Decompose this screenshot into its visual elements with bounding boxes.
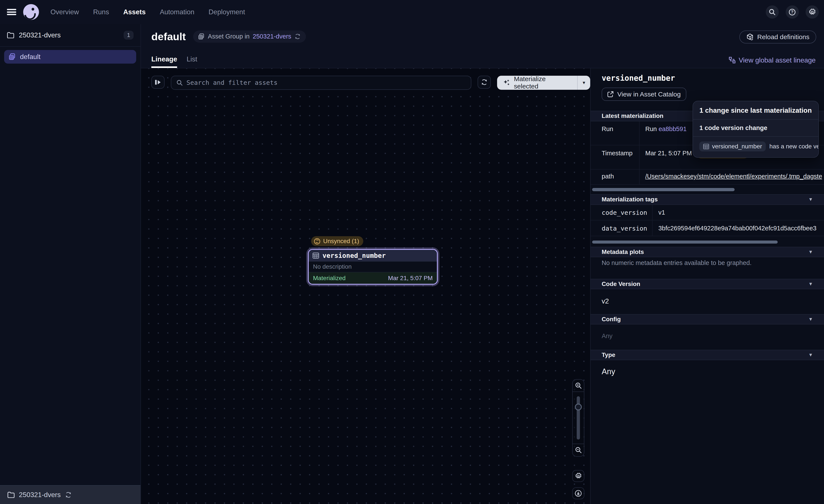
config-value: Any — [602, 333, 612, 340]
tooltip-subtitle: 1 code version change — [693, 120, 818, 137]
section-code-version-title: Code Version — [602, 280, 808, 287]
unsynced-icon — [314, 238, 321, 245]
view-global-asset-lineage-link[interactable]: View global asset lineage — [729, 56, 816, 64]
data-version-tag-label: data_version — [591, 221, 652, 236]
sidebar-item-default[interactable]: default — [4, 50, 136, 64]
sidebar-footer[interactable]: 250321-dvers — [0, 485, 140, 504]
nav-deployment[interactable]: Deployment — [208, 8, 245, 16]
sidebar-item-label: default — [20, 53, 40, 61]
tab-list[interactable]: List — [187, 55, 197, 68]
section-config: Config ▼ — [591, 314, 824, 325]
asset-groups-sidebar: 250321-dvers 1 default 250321-dvers — [0, 24, 141, 504]
graph-settings-gear-icon[interactable] — [572, 470, 584, 482]
app-root: Overview Runs Assets Automation Deployme… — [0, 0, 824, 504]
hamburger-menu-button[interactable] — [0, 0, 23, 24]
download-graph-icon[interactable] — [572, 487, 584, 499]
nav-runs[interactable]: Runs — [93, 8, 109, 16]
asset-node-versioned-number[interactable]: versioned_number No description Material… — [308, 249, 438, 285]
timestamp-row-label: Timestamp — [591, 145, 639, 169]
zoom-slider-thumb[interactable] — [575, 404, 582, 410]
metadata-plots-empty-text: No numeric metadata entries available to… — [602, 259, 752, 266]
path-row-value: /Users/smackesey/stm/code/elementl/exper… — [639, 169, 824, 184]
collapse-chevron-icon[interactable]: ▼ — [808, 317, 813, 322]
zoom-slider[interactable] — [573, 391, 584, 444]
code-version-tag-value: v1 — [652, 205, 824, 220]
asset-group-icon — [198, 33, 205, 39]
tooltip-title: 1 change since last materialization — [693, 101, 818, 120]
nav-automation[interactable]: Automation — [160, 8, 194, 16]
asset-node-timestamp: Mar 21, 5:07 PM — [388, 275, 433, 282]
top-navigation-bar: Overview Runs Assets Automation Deployme… — [0, 0, 824, 24]
collapse-chevron-icon[interactable]: ▼ — [808, 249, 813, 255]
row-code-version-tag: code_version v1 — [591, 205, 824, 221]
search-icon — [177, 80, 183, 86]
path-link[interactable]: /Users/smackesey/stm/code/elementl/exper… — [645, 173, 822, 180]
view-in-asset-catalog-button[interactable]: View in Asset Catalog — [602, 88, 686, 101]
reload-definitions-icon — [746, 33, 754, 41]
refresh-icon — [481, 79, 488, 86]
sparkle-icon — [503, 79, 510, 86]
path-row-label: path — [591, 169, 639, 184]
folder-icon — [7, 492, 15, 498]
horizontal-scrollbar[interactable] — [592, 188, 735, 191]
sidebar-group-label: 250321-dvers — [19, 31, 119, 39]
change-since-materialization-tooltip: 1 change since last materialization 1 co… — [693, 101, 819, 158]
code-version-tag-label: code_version — [591, 205, 652, 220]
view-tabs: Lineage List — [151, 55, 197, 68]
main-nav: Overview Runs Assets Automation Deployme… — [50, 8, 245, 16]
section-metadata-plots: Metadata plots ▼ — [591, 247, 824, 257]
asset-group-badge[interactable]: Asset Group in 250321-dvers — [193, 30, 306, 43]
topbar-actions: ? — [766, 0, 819, 24]
page-header: default Asset Group in 250321-dvers Relo… — [141, 24, 824, 69]
asset-group-icon — [9, 53, 16, 60]
asset-details-title: versioned_number — [602, 74, 675, 83]
reload-definitions-label: Reload definitions — [757, 33, 810, 41]
lineage-icon — [729, 57, 736, 64]
data-version-tag-value: 3bfc269594ef649228e9a74bab00f042efc91d5a… — [652, 221, 824, 236]
page-title: default — [151, 30, 186, 43]
zoom-out-icon[interactable] — [573, 444, 584, 456]
sync-icon[interactable] — [294, 33, 301, 39]
run-id-link[interactable]: ea8bb591 — [658, 125, 687, 132]
view-global-asset-lineage-label: View global asset lineage — [739, 56, 816, 64]
sidebar-group-row[interactable]: 250321-dvers 1 — [0, 24, 140, 47]
run-row-label: Run — [591, 121, 639, 145]
tooltip-asset-name: versioned_number — [712, 143, 762, 150]
node-unsynced-badge[interactable]: Unsynced (1) — [311, 236, 363, 246]
zoom-in-icon[interactable] — [573, 380, 584, 392]
sidebar-footer-label: 250321-dvers — [19, 491, 61, 499]
search-input[interactable] — [186, 79, 466, 86]
tooltip-message: has a new code version — [769, 143, 819, 150]
horizontal-scrollbar[interactable] — [592, 241, 778, 244]
section-code-version: Code Version ▼ — [591, 279, 824, 289]
node-unsynced-label: Unsynced (1) — [323, 238, 359, 245]
lineage-graph-canvas[interactable]: Materialize selected ▼ Unsynced (1) vers… — [141, 69, 590, 504]
tab-lineage[interactable]: Lineage — [151, 55, 177, 68]
materialize-selected-button[interactable]: Materialize selected — [497, 76, 577, 90]
table-icon — [703, 144, 709, 149]
refresh-graph-button[interactable] — [478, 76, 491, 89]
help-icon[interactable]: ? — [786, 5, 799, 19]
settings-gear-icon[interactable] — [806, 5, 819, 19]
section-materialization-tags: Materialization tags ▼ — [591, 194, 824, 205]
nav-assets[interactable]: Assets — [123, 8, 145, 16]
search-icon[interactable] — [766, 5, 779, 19]
dagster-logo[interactable] — [23, 4, 39, 20]
materialize-options-dropdown[interactable]: ▼ — [578, 76, 590, 90]
asset-group-badge-link[interactable]: 250321-dvers — [253, 33, 291, 40]
collapse-chevron-icon[interactable]: ▼ — [808, 352, 813, 358]
section-config-title: Config — [602, 316, 808, 323]
section-type-title: Type — [602, 352, 808, 358]
sidebar-group-count-badge: 1 — [124, 31, 133, 39]
row-data-version-tag: data_version 3bfc269594ef649228e9a74bab0… — [591, 221, 824, 236]
tooltip-change-row: versioned_number has a new code version — [693, 137, 818, 157]
nav-overview[interactable]: Overview — [50, 8, 79, 16]
tooltip-asset-pill[interactable]: versioned_number — [699, 141, 765, 152]
sync-icon[interactable] — [65, 491, 72, 498]
expand-sidebar-panel-icon[interactable] — [151, 76, 165, 89]
section-tags-title: Materialization tags — [602, 196, 808, 203]
reload-definitions-button[interactable]: Reload definitions — [739, 30, 816, 44]
zoom-control — [572, 379, 584, 457]
collapse-chevron-icon[interactable]: ▼ — [808, 281, 813, 287]
collapse-chevron-icon[interactable]: ▼ — [808, 197, 813, 202]
